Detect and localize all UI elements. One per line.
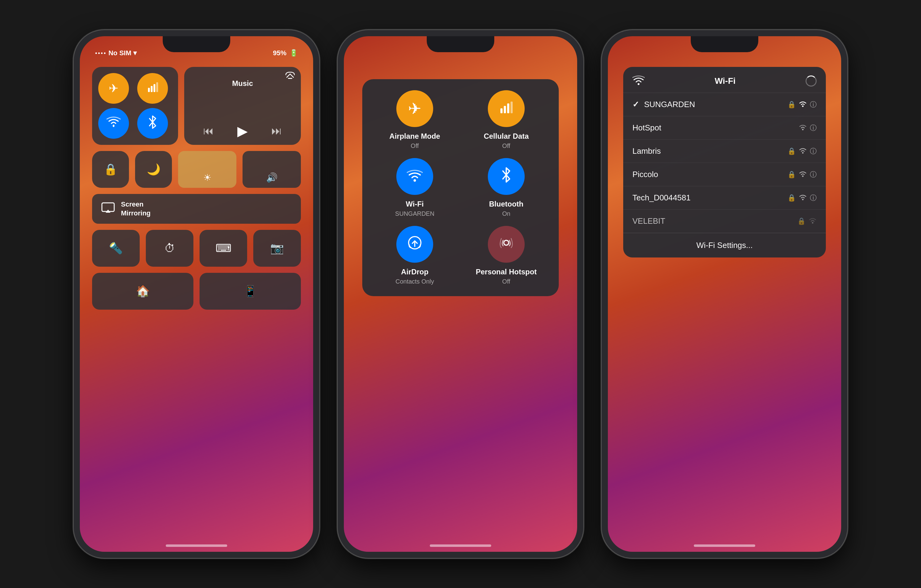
remote-icon: 📱: [244, 285, 257, 298]
svg-point-13: [504, 240, 509, 245]
wifi-network-name-5: VELEBIT: [632, 216, 797, 226]
timer-button[interactable]: ⏱: [146, 230, 194, 267]
carrier-label: No SIM: [108, 49, 132, 57]
home-icon: 🏠: [136, 285, 150, 298]
exp-airplane-label: Airplane Mode: [389, 132, 440, 141]
wifi-network-lambris[interactable]: Lambris 🔒 ⓘ: [623, 140, 826, 163]
brightness-icon: ☀: [203, 172, 212, 183]
home-indicator-2[interactable]: [430, 544, 491, 547]
info-icon-0[interactable]: ⓘ: [810, 100, 817, 109]
lock-icon-4: 🔒: [788, 194, 796, 202]
rotation-lock-button[interactable]: 🔒: [92, 151, 129, 188]
wifi-settings-button[interactable]: Wi-Fi Settings...: [623, 233, 826, 257]
screen-mirroring-icon: [101, 202, 115, 216]
wifi-signal-icon-0: [799, 100, 807, 109]
wifi-header-icon: [632, 75, 645, 86]
exp-wifi-icon: [407, 168, 423, 185]
phone-2: ✈ Airplane Mode Off: [338, 30, 583, 558]
home-indicator-3[interactable]: [694, 544, 755, 547]
camera-icon: 📷: [270, 242, 284, 255]
home-button[interactable]: 🏠: [92, 273, 194, 310]
wifi-loading-spinner: [805, 75, 817, 86]
svg-point-4: [113, 125, 114, 127]
brightness-slider[interactable]: ☀: [178, 151, 236, 188]
info-icon-4[interactable]: ⓘ: [810, 193, 817, 203]
music-title: Music: [192, 79, 293, 88]
bluetooth-icon: [148, 115, 157, 132]
airplane-mode-button[interactable]: ✈: [98, 73, 129, 104]
wifi-button[interactable]: [98, 108, 129, 139]
exp-airdrop-icon: [407, 235, 423, 254]
wifi-network-hotspot[interactable]: HotSpot ⓘ: [623, 116, 826, 140]
bluetooth-button[interactable]: [137, 108, 168, 139]
wifi-network-name-2: Lambris: [632, 146, 788, 156]
cc-bottom-row: 🔦 ⏱ ⌨ 📷: [92, 230, 301, 267]
exp-bluetooth-item: Bluetooth On: [465, 158, 548, 217]
wifi-network-name-1: HotSpot: [632, 123, 799, 133]
svg-point-17: [802, 152, 804, 153]
svg-point-15: [802, 105, 804, 107]
wifi-network-velebit[interactable]: VELEBIT 🔒: [623, 210, 826, 233]
music-controls: ⏮ ▶ ⏭: [192, 123, 293, 139]
wifi-network-3-icons: 🔒 ⓘ: [788, 170, 817, 179]
exp-cellular-button[interactable]: [488, 90, 525, 127]
battery-percent: 95%: [273, 49, 286, 57]
do-not-disturb-button[interactable]: 🌙: [135, 151, 172, 188]
svg-point-14: [638, 83, 639, 85]
wifi-network-name-3: Piccolo: [632, 170, 788, 179]
svg-point-18: [802, 175, 804, 177]
prev-track-button[interactable]: ⏮: [203, 125, 214, 137]
info-icon-1[interactable]: ⓘ: [810, 123, 817, 133]
wifi-network-sungarden[interactable]: ✓ SUNGARDEN 🔒 ⓘ: [623, 93, 826, 116]
remote-button[interactable]: 📱: [200, 273, 301, 310]
next-track-button[interactable]: ⏭: [272, 125, 282, 137]
wifi-connected-checkmark: ✓: [632, 100, 639, 109]
signal-dots: ••••: [95, 50, 107, 57]
exp-airplane-icon: ✈: [408, 99, 421, 118]
info-icon-3[interactable]: ⓘ: [810, 170, 817, 179]
volume-slider[interactable]: 🔊: [242, 151, 301, 188]
exp-cellular-icon: [500, 100, 513, 117]
cc-second-row: 🔒 🌙 ☀ 🔊: [92, 151, 301, 188]
cc-music-panel: Music ⏮ ▶ ⏭: [184, 67, 301, 145]
svg-rect-0: [148, 88, 150, 92]
phone1-screen: •••• No SIM ▾ 95% 🔋 ✈: [80, 36, 313, 552]
exp-airplane-button[interactable]: ✈: [396, 90, 433, 127]
wifi-dropdown-title: Wi-Fi: [645, 76, 805, 86]
cc-top-row: ✈: [92, 67, 301, 145]
exp-cellular-label: Cellular Data: [484, 132, 529, 141]
flashlight-button[interactable]: 🔦: [92, 230, 140, 267]
exp-bluetooth-button[interactable]: [488, 158, 525, 195]
wifi-settings-label: Wi-Fi Settings...: [696, 240, 752, 250]
screen-mirroring-button[interactable]: ScreenMirroring: [92, 194, 301, 224]
exp-hotspot-sublabel: Off: [502, 278, 510, 285]
airplay-icon[interactable]: [285, 72, 295, 82]
svg-rect-7: [500, 108, 503, 113]
wifi-network-tech[interactable]: Tech_D0044581 🔒 ⓘ: [623, 186, 826, 210]
cc-last-row: 🏠 📱: [92, 273, 301, 310]
volume-icon: 🔊: [266, 172, 278, 183]
phone2-screen: ✈ Airplane Mode Off: [344, 36, 577, 552]
wifi-network-piccolo[interactable]: Piccolo 🔒 ⓘ: [623, 163, 826, 186]
exp-airplane-sublabel: Off: [411, 142, 419, 149]
play-pause-button[interactable]: ▶: [237, 123, 248, 139]
wifi-signal-icon-2: [799, 147, 807, 156]
moon-icon: 🌙: [147, 163, 161, 176]
exp-bluetooth-sublabel: On: [502, 210, 511, 217]
lock-icon-0: 🔒: [788, 101, 796, 109]
info-icon-2[interactable]: ⓘ: [810, 147, 817, 156]
exp-airdrop-button[interactable]: [396, 226, 433, 263]
camera-button[interactable]: 📷: [253, 230, 301, 267]
wifi-network-2-icons: 🔒 ⓘ: [788, 147, 817, 156]
exp-wifi-button[interactable]: [396, 158, 433, 195]
calculator-button[interactable]: ⌨: [200, 230, 247, 267]
home-indicator[interactable]: [166, 544, 227, 547]
control-center-panel: ✈: [92, 67, 301, 310]
exp-hotspot-button[interactable]: [488, 226, 525, 263]
cellular-button[interactable]: [137, 73, 168, 104]
phone-3: Wi-Fi ✓ SUNGARDEN 🔒 ⓘ: [602, 30, 847, 558]
cellular-icon: [146, 81, 159, 96]
wifi-status-icon: ▾: [133, 49, 137, 57]
svg-rect-8: [504, 106, 506, 113]
airplane-icon: ✈: [109, 82, 119, 95]
